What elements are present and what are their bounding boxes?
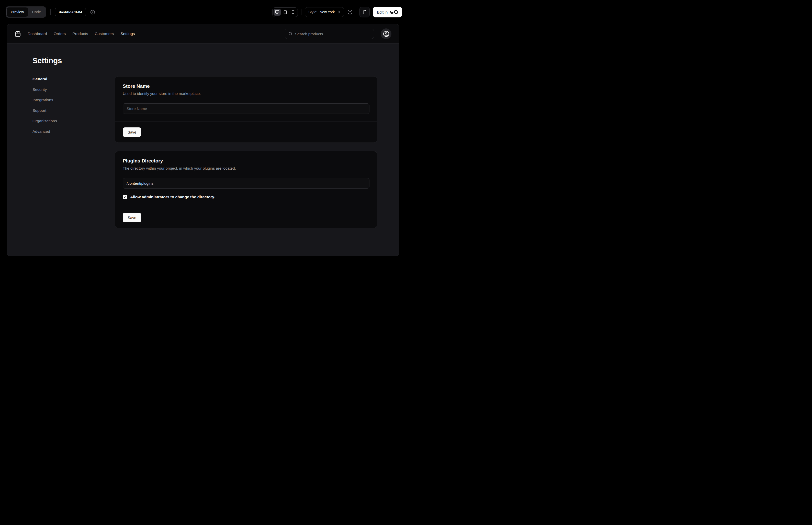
settings-sidebar: General Security Integrations Support Or… — [32, 76, 99, 134]
card-footer: Save — [115, 121, 377, 142]
code-tab[interactable]: Code — [28, 7, 45, 17]
check-icon — [124, 195, 127, 198]
toolbar-left: Preview Code dashboard-04 — [6, 6, 95, 18]
style-select[interactable]: Style: New York — [305, 7, 344, 17]
sidebar-item-advanced[interactable]: Advanced — [32, 129, 99, 134]
card-title: Plugins Directory — [123, 158, 370, 164]
save-button[interactable]: Save — [123, 213, 141, 222]
help-circle-icon — [347, 10, 353, 15]
user-circle-icon — [383, 31, 389, 37]
allow-admins-row: Allow administrators to change the direc… — [123, 195, 370, 199]
user-menu-button[interactable] — [381, 28, 391, 39]
toolbar-divider — [356, 9, 356, 15]
sidebar-item-security[interactable]: Security — [32, 87, 99, 92]
card-description: Used to identify your store in the marke… — [123, 91, 370, 96]
info-button[interactable] — [90, 10, 95, 15]
search-input[interactable] — [295, 32, 371, 36]
v0-logo-icon — [390, 10, 398, 15]
device-mobile-button[interactable] — [290, 9, 297, 16]
monitor-icon — [275, 10, 279, 14]
copy-code-button[interactable] — [359, 7, 370, 17]
chevrons-up-down-icon — [337, 10, 341, 14]
toolbar-right: Style: New York — [272, 7, 402, 17]
device-tablet-button[interactable] — [281, 9, 288, 16]
info-circle-icon — [90, 10, 95, 15]
sidebar-item-support[interactable]: Support — [32, 108, 99, 112]
card-footer: Save — [115, 207, 377, 228]
smartphone-icon — [291, 10, 295, 14]
style-select-label: Style: — [308, 10, 317, 14]
plugins-directory-card: Plugins Directory The directory within y… — [115, 151, 377, 228]
clipboard-icon — [362, 10, 367, 14]
edit-in-v0-label: Edit in — [377, 10, 388, 14]
style-select-value: New York — [319, 10, 335, 14]
settings-cards: Store Name Used to identify your store i… — [115, 76, 377, 228]
allow-admins-checkbox[interactable] — [123, 195, 127, 199]
nav-link-dashboard[interactable]: Dashboard — [28, 31, 47, 36]
help-button[interactable] — [347, 10, 353, 15]
nav-link-customers[interactable]: Customers — [95, 31, 114, 36]
preview-code-toggle: Preview Code — [6, 6, 46, 18]
preview-frame: Dashboard Orders Products Customers Sett… — [7, 24, 399, 256]
package-icon[interactable] — [15, 31, 21, 37]
toolbar-divider — [50, 9, 51, 15]
sidebar-item-organizations[interactable]: Organizations — [32, 119, 99, 123]
toolbar-divider — [301, 9, 301, 15]
sidebar-item-integrations[interactable]: Integrations — [32, 98, 99, 102]
search-icon — [288, 32, 293, 36]
store-name-input[interactable] — [123, 103, 370, 114]
plugins-directory-input[interactable] — [123, 178, 370, 189]
card-content: Allow administrators to change the direc… — [115, 170, 377, 207]
save-button[interactable]: Save — [123, 127, 141, 137]
card-content — [115, 96, 377, 121]
preview-tab[interactable]: Preview — [7, 7, 28, 17]
page-title: Settings — [32, 56, 377, 65]
allow-admins-label[interactable]: Allow administrators to change the direc… — [130, 195, 215, 199]
store-name-card: Store Name Used to identify your store i… — [115, 76, 377, 143]
nav-link-orders[interactable]: Orders — [54, 31, 66, 36]
v0-toolbar: Preview Code dashboard-04 — [0, 0, 406, 24]
product-search — [285, 29, 374, 39]
project-name-pill[interactable]: dashboard-04 — [55, 8, 86, 16]
nav-link-products[interactable]: Products — [72, 31, 88, 36]
settings-layout: General Security Integrations Support Or… — [32, 76, 377, 228]
settings-page: Settings General Security Integrations S… — [7, 44, 399, 256]
device-desktop-button[interactable] — [274, 9, 281, 16]
sidebar-item-general[interactable]: General — [32, 77, 99, 81]
card-header: Plugins Directory The directory within y… — [115, 151, 377, 170]
card-header: Store Name Used to identify your store i… — [115, 76, 377, 96]
edit-in-v0-button[interactable]: Edit in — [373, 7, 402, 17]
nav-link-settings[interactable]: Settings — [121, 31, 135, 36]
card-description: The directory within your project, in wh… — [123, 166, 370, 170]
tablet-icon — [283, 10, 287, 14]
store-navbar: Dashboard Orders Products Customers Sett… — [7, 24, 399, 44]
card-title: Store Name — [123, 84, 370, 89]
device-size-toggle — [272, 7, 298, 17]
